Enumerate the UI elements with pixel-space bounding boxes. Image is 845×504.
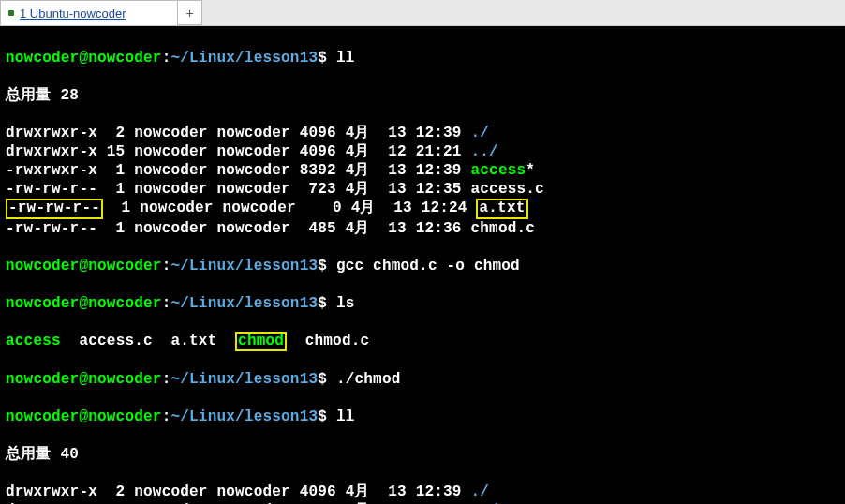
highlight-perm: -rw-rw-r-- [6,199,103,219]
file-name: access.c [470,181,543,198]
tab-title: 1 Ubuntu-nowcoder [20,7,126,21]
file-name: ./ [470,125,489,141]
total-line: 总用量 28 [6,86,839,105]
prompt-line: nowcoder@nowcoder:~/Linux/lesson13$ ls [6,294,839,313]
highlight-name: a.txt [476,199,527,219]
file-row: -rwxrwxr-x 1 nowcoder nowcoder 8392 4月 1… [6,161,839,180]
plus-icon: + [185,6,193,21]
terminal-output[interactable]: nowcoder@nowcoder:~/Linux/lesson13$ ll 总… [0,26,845,504]
cmd-ll: ll [336,408,355,425]
ls-output: access access.c a.txt chmod chmod.c [6,332,839,352]
file-row: -rw-rw-r-- 1 nowcoder nowcoder 485 4月 13… [6,219,839,238]
prompt-line: nowcoder@nowcoder:~/Linux/lesson13$ gcc … [6,257,839,275]
file-row: drwxrwxr-x 15 nowcoder nowcoder 4096 4月 … [6,142,839,161]
prompt-user: nowcoder@nowcoder [6,50,162,67]
file-name: chmod.c [470,220,535,237]
file-row: drwxrwxr-x 2 nowcoder nowcoder 4096 4月 1… [6,124,839,142]
cmd-run: ./chmod [336,371,401,388]
tab-bar: 1 Ubuntu-nowcoder + [0,0,845,26]
file-name: access [470,162,526,179]
prompt-path: ~/Linux/lesson13 [170,50,318,67]
file-name: ../ [470,143,497,160]
highlight-chmod: chmod [235,332,287,352]
file-row: -rw-rw-r-- 1 nowcoder nowcoder 723 4月 13… [6,180,839,199]
file-name: ./ [470,483,489,500]
cmd-ll: ll [336,50,355,67]
cmd-ls: ls [336,295,355,312]
file-row: drwxrwxr-x 2 nowcoder nowcoder 4096 4月 1… [6,482,839,501]
file-row: -rw-rw-r-- 1 nowcoder nowcoder 0 4月 13 1… [6,199,839,219]
cmd-gcc: gcc chmod.c -o chmod [336,258,520,274]
tab-ubuntu[interactable]: 1 Ubuntu-nowcoder [0,0,178,25]
tab-active-icon [8,10,14,16]
total-line: 总用量 40 [6,445,839,464]
prompt-line: nowcoder@nowcoder:~/Linux/lesson13$ ll [6,408,839,426]
add-tab-button[interactable]: + [178,0,202,25]
prompt-line: nowcoder@nowcoder:~/Linux/lesson13$ ./ch… [6,370,839,389]
prompt-line: nowcoder@nowcoder:~/Linux/lesson13$ ll [6,49,839,67]
